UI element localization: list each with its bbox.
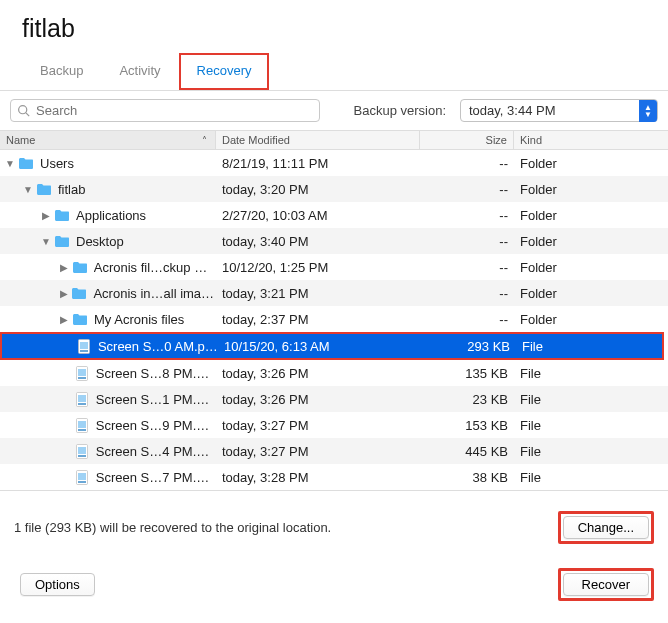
item-kind: Folder (514, 260, 668, 275)
folder-icon (18, 156, 34, 170)
change-button[interactable]: Change... (563, 516, 649, 539)
folder-row[interactable]: ▶Applications2/27/20, 10:03 AM--Folder (0, 202, 668, 228)
tab-bar: Backup Activity Recovery (22, 53, 646, 90)
svg-rect-10 (78, 403, 86, 405)
item-name: Acronis fil…ckup Mac (94, 260, 216, 275)
folder-icon (54, 234, 70, 248)
folder-row[interactable]: ▼Desktoptoday, 3:40 PM--Folder (0, 228, 668, 254)
item-date: 10/12/20, 1:25 PM (216, 260, 420, 275)
search-input[interactable] (34, 102, 313, 119)
item-name: fitlab (58, 182, 85, 197)
folder-icon (36, 182, 52, 196)
item-date: today, 3:26 PM (216, 392, 420, 407)
svg-rect-13 (78, 429, 86, 431)
folder-row[interactable]: ▶Acronis fil…ckup Mac10/12/20, 1:25 PM--… (0, 254, 668, 280)
item-size: 445 KB (420, 444, 514, 459)
item-size: -- (420, 312, 514, 327)
item-name: Screen S…1 PM.png (96, 392, 216, 407)
item-date: today, 3:20 PM (216, 182, 420, 197)
image-file-icon (74, 444, 90, 458)
file-tree[interactable]: ▼Users8/21/19, 11:11 PM--Folder▼fitlabto… (0, 150, 668, 490)
file-row[interactable]: Screen S…4 PM.pngtoday, 3:27 PM445 KBFil… (0, 438, 668, 464)
item-name: Applications (76, 208, 146, 223)
item-kind: File (514, 470, 668, 485)
recover-button[interactable]: Recover (563, 573, 649, 596)
item-kind: Folder (514, 286, 668, 301)
item-size: 23 KB (420, 392, 514, 407)
folder-icon (54, 208, 70, 222)
item-name: Screen S…7 PM.png (96, 470, 216, 485)
disclosure-closed-icon[interactable]: ▶ (58, 288, 69, 299)
item-kind: File (514, 392, 668, 407)
svg-rect-16 (78, 455, 86, 457)
item-kind: File (516, 339, 662, 354)
column-date[interactable]: Date Modified (216, 131, 420, 149)
tab-recovery[interactable]: Recovery (179, 53, 270, 90)
item-date: today, 3:27 PM (216, 418, 420, 433)
item-kind: Folder (514, 312, 668, 327)
folder-row[interactable]: ▶My Acronis filestoday, 2:37 PM--Folder (0, 306, 668, 332)
item-name: Users (40, 156, 74, 171)
item-date: today, 2:37 PM (216, 312, 420, 327)
recovery-status: 1 file (293 KB) will be recovered to the… (14, 520, 331, 535)
item-date: today, 3:26 PM (216, 366, 420, 381)
svg-rect-4 (80, 350, 88, 352)
item-size: 293 KB (422, 339, 516, 354)
item-kind: Folder (514, 182, 668, 197)
svg-rect-3 (80, 342, 88, 349)
disclosure-closed-icon[interactable]: ▶ (58, 314, 70, 325)
disclosure-open-icon[interactable]: ▼ (40, 236, 52, 247)
item-size: 135 KB (420, 366, 514, 381)
item-size: -- (420, 234, 514, 249)
item-name: My Acronis files (94, 312, 184, 327)
folder-row[interactable]: ▶Acronis in…all imagestoday, 3:21 PM--Fo… (0, 280, 668, 306)
backup-version-select[interactable]: today, 3:44 PM ▲▼ (460, 99, 658, 122)
folder-icon (72, 260, 88, 274)
item-date: today, 3:21 PM (216, 286, 420, 301)
disclosure-open-icon[interactable]: ▼ (4, 158, 16, 169)
file-row[interactable]: Screen S…1 PM.pngtoday, 3:26 PM23 KBFile (0, 386, 668, 412)
item-date: 2/27/20, 10:03 AM (216, 208, 420, 223)
item-name: Desktop (76, 234, 124, 249)
item-size: 38 KB (420, 470, 514, 485)
svg-rect-6 (78, 369, 86, 376)
table-header: Name ˄ Date Modified Size Kind (0, 130, 668, 150)
item-name: Screen S…9 PM.png (96, 418, 216, 433)
svg-rect-15 (78, 447, 86, 454)
file-row[interactable]: Screen S…8 PM.pngtoday, 3:26 PM135 KBFil… (0, 360, 668, 386)
item-kind: Folder (514, 234, 668, 249)
image-file-icon (76, 339, 92, 353)
file-row[interactable]: Screen S…0 AM.png10/15/20, 6:13 AM293 KB… (2, 334, 662, 358)
options-button[interactable]: Options (20, 573, 95, 596)
file-row[interactable]: Screen S…9 PM.pngtoday, 3:27 PM153 KBFil… (0, 412, 668, 438)
disclosure-closed-icon[interactable]: ▶ (58, 262, 70, 273)
item-date: today, 3:40 PM (216, 234, 420, 249)
folder-row[interactable]: ▼Users8/21/19, 11:11 PM--Folder (0, 150, 668, 176)
item-kind: Folder (514, 156, 668, 171)
column-size[interactable]: Size (420, 131, 514, 149)
column-name[interactable]: Name ˄ (0, 131, 216, 149)
file-row[interactable]: Screen S…7 PM.pngtoday, 3:28 PM38 KBFile (0, 464, 668, 490)
item-name: Screen S…4 PM.png (96, 444, 216, 459)
search-icon (17, 104, 30, 117)
tab-activity[interactable]: Activity (101, 53, 178, 90)
search-field[interactable] (10, 99, 320, 122)
disclosure-closed-icon[interactable]: ▶ (40, 210, 52, 221)
svg-line-1 (26, 113, 29, 116)
select-arrows-icon: ▲▼ (639, 100, 657, 122)
backup-version-value: today, 3:44 PM (469, 103, 555, 118)
item-size: 153 KB (420, 418, 514, 433)
item-date: 10/15/20, 6:13 AM (218, 339, 422, 354)
column-kind[interactable]: Kind (514, 131, 668, 149)
svg-rect-7 (78, 377, 86, 379)
tab-backup[interactable]: Backup (22, 53, 101, 90)
item-size: -- (420, 208, 514, 223)
folder-icon (72, 312, 88, 326)
svg-rect-12 (78, 421, 86, 428)
folder-row[interactable]: ▼fitlabtoday, 3:20 PM--Folder (0, 176, 668, 202)
item-size: -- (420, 156, 514, 171)
svg-point-0 (19, 106, 27, 114)
backup-version-label: Backup version: (354, 103, 447, 118)
item-name: Screen S…0 AM.png (98, 339, 218, 354)
disclosure-open-icon[interactable]: ▼ (22, 184, 34, 195)
